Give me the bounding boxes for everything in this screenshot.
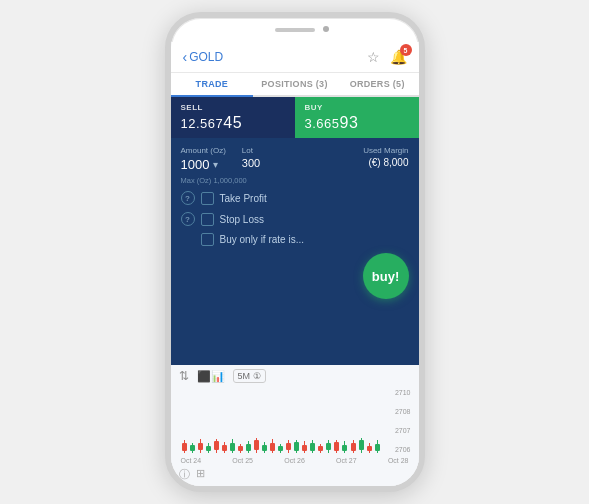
candle-item [358,438,365,453]
stop-loss-row: ? Stop Loss [181,212,409,226]
y-label-2: 2707 [383,427,411,434]
x-label-3: Oct 27 [336,457,357,464]
buy-button-wrapper: buy! [181,253,409,299]
take-profit-checkbox[interactable] [201,192,214,205]
candle-item [253,438,260,453]
buy-button[interactable]: buy! [363,253,409,299]
amount-chevron-icon: ▾ [213,159,218,170]
candle-item [181,440,188,453]
chart-bottom-icons: ⓘ ⊞ [179,467,411,482]
grid-icon[interactable]: ⊞ [196,467,205,482]
sell-price-panel: SELL 12.56745 [171,97,295,138]
header-icons: ☆ 🔔 5 [367,48,407,66]
y-label-1: 2708 [383,408,411,415]
back-button[interactable]: ‹ GOLD [183,49,224,65]
price-panel: SELL 12.56745 BUY 3.66593 [171,97,419,138]
x-label-4: Oct 28 [388,457,409,464]
stop-loss-label: Stop Loss [220,214,264,225]
take-profit-row: ? Take Profit [181,191,409,205]
candle-item [189,443,196,453]
sell-label: SELL [181,103,285,112]
buy-only-label: Buy only if rate is... [220,234,304,245]
used-margin-field: Used Margin (€) 8,000 [363,146,408,168]
x-label-1: Oct 25 [232,457,253,464]
amount-row: Amount (Oz) 1000 ▾ Lot 300 Used Margin (… [181,146,409,172]
chart-section: ⇅ ⬛📊 5M ① 2710 2708 2707 2706 Oct 24 Oc [171,365,419,486]
candle-item [309,440,316,453]
candle-item [301,441,308,453]
candle-item [269,439,276,453]
lot-label: Lot [242,146,260,155]
candle-item [261,442,268,453]
lot-field: Lot 300 [242,146,260,169]
buy-price-panel: BUY 3.66593 [295,97,419,138]
x-label-0: Oct 24 [181,457,202,464]
candle-item [229,439,236,453]
tab-trade[interactable]: TRADE [171,73,254,97]
tab-positions[interactable]: POSITIONS (3) [253,73,336,95]
chart-canvas [179,387,383,455]
buy-price-value: 3.66593 [305,114,409,132]
phone-screen: ‹ GOLD ☆ 🔔 5 TRADE POSITIONS (3) ORDERS … [171,42,419,486]
candle-item [277,444,284,453]
stop-loss-help-icon[interactable]: ? [181,212,195,226]
lot-value: 300 [242,157,260,169]
candle-item [285,440,292,453]
sell-price-value: 12.56745 [181,114,285,132]
candle-item [366,443,373,453]
candle-item [317,444,324,453]
buy-only-checkbox[interactable] [201,233,214,246]
amount-label: Amount (Oz) [181,146,226,155]
chart-area: 2710 2708 2707 2706 [179,387,411,455]
info-icon[interactable]: ⓘ [179,467,190,482]
stop-loss-checkbox[interactable] [201,213,214,226]
candlestick-icon[interactable]: ⬛📊 [197,370,225,383]
phone-camera [323,26,329,32]
candle-item [325,440,332,453]
trade-form: Amount (Oz) 1000 ▾ Lot 300 Used Margin (… [171,138,419,365]
sell-price-prefix: 12.567 [181,116,224,131]
candle-item [293,440,300,453]
used-margin-value: (€) 8,000 [363,157,408,168]
notification-badge: 5 [400,44,412,56]
star-icon[interactable]: ☆ [367,49,380,65]
back-chevron-icon: ‹ [183,49,188,65]
bell-wrapper[interactable]: 🔔 5 [390,48,407,66]
buy-price-prefix: 3.665 [305,116,340,131]
phone-speaker [275,28,315,32]
header-title: GOLD [189,50,223,64]
take-profit-help-icon[interactable]: ? [181,191,195,205]
buy-price-suffix: 93 [340,114,359,131]
take-profit-label: Take Profit [220,193,267,204]
candle-item [349,440,356,453]
amount-value[interactable]: 1000 [181,157,210,172]
max-amount-label: Max (Oz) 1,000,000 [181,176,409,185]
chart-toolbar: ⇅ ⬛📊 5M ① [179,369,411,383]
chart-x-axis: Oct 24 Oct 25 Oct 26 Oct 27 Oct 28 [179,455,411,464]
candle-item [237,444,244,453]
buy-only-row: Buy only if rate is... [181,233,409,246]
candle-item [213,439,220,453]
candle-item [205,443,212,453]
candle-item [197,439,204,453]
candle-item [221,442,228,453]
tab-orders[interactable]: ORDERS (5) [336,73,419,95]
phone-frame: ‹ GOLD ☆ 🔔 5 TRADE POSITIONS (3) ORDERS … [165,12,425,492]
y-label-3: 2706 [383,446,411,453]
candle-item [333,440,340,453]
amount-field: Amount (Oz) 1000 ▾ [181,146,226,172]
candle-item [341,441,348,453]
chart-y-axis: 2710 2708 2707 2706 [383,387,411,455]
sell-price-suffix: 45 [223,114,242,131]
timeframe-selector[interactable]: 5M ① [233,369,266,383]
used-margin-label: Used Margin [363,146,408,155]
candle-item [374,440,381,453]
candles-container [179,387,383,455]
swap-icon[interactable]: ⇅ [179,369,189,383]
x-label-2: Oct 26 [284,457,305,464]
tabs-bar: TRADE POSITIONS (3) ORDERS (5) [171,73,419,97]
header: ‹ GOLD ☆ 🔔 5 [171,42,419,73]
y-label-0: 2710 [383,389,411,396]
candle-item [245,441,252,453]
buy-label: BUY [305,103,409,112]
